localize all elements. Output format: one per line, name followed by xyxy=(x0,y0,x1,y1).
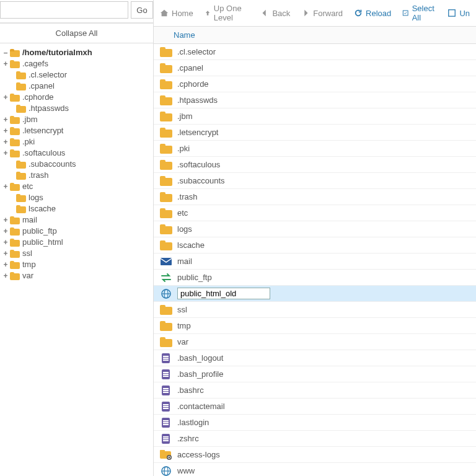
file-row[interactable]: .lastlogin xyxy=(154,415,476,431)
file-row[interactable]: logs xyxy=(154,221,476,237)
reload-button[interactable]: Reload xyxy=(354,9,391,18)
expander-icon[interactable]: + xyxy=(2,259,9,270)
file-row[interactable]: .letsencrypt xyxy=(154,125,476,141)
unselect-button[interactable]: Un xyxy=(447,9,470,18)
file-row[interactable] xyxy=(154,286,476,302)
file-name: .jbm xyxy=(177,112,193,121)
tree-item[interactable]: +public_ftp xyxy=(2,226,151,237)
folder-icon xyxy=(160,240,172,250)
expander-icon[interactable]: + xyxy=(2,58,9,69)
tree-item[interactable]: +etc xyxy=(2,181,151,192)
file-row[interactable]: var xyxy=(154,334,476,350)
expander-icon[interactable]: + xyxy=(2,270,9,281)
file-row[interactable]: .subaccounts xyxy=(154,173,476,189)
file-row[interactable]: access-logs xyxy=(154,447,476,463)
tree-item[interactable]: +public_html xyxy=(2,237,151,248)
file-row[interactable]: .bash_logout xyxy=(154,350,476,366)
file-row[interactable]: .bash_profile xyxy=(154,366,476,382)
file-row[interactable]: .cl.selector xyxy=(154,44,476,60)
folder-icon xyxy=(10,216,20,224)
expander-icon[interactable]: – xyxy=(2,47,9,58)
tree-item[interactable]: +ssl xyxy=(2,248,151,259)
folder-icon xyxy=(10,138,20,146)
select-all-button[interactable]: Select All xyxy=(402,4,436,22)
tree-item-label: .softaculous xyxy=(22,148,65,159)
tree-item-label: .trash xyxy=(29,170,49,181)
folder-tree: – /home/tutorialmxh +.cagefs.cl.selector… xyxy=(0,43,153,476)
expander-icon[interactable]: + xyxy=(2,226,9,237)
expander-icon[interactable]: + xyxy=(2,181,9,192)
folder-icon xyxy=(10,183,20,191)
tree-item-label: .jbm xyxy=(22,114,38,125)
file-row[interactable]: www xyxy=(154,463,476,476)
file-row[interactable]: .bashrc xyxy=(154,382,476,399)
expander-icon[interactable]: + xyxy=(2,136,9,148)
file-row[interactable]: .softaculous xyxy=(154,157,476,173)
tree-item[interactable]: lscache xyxy=(2,203,151,214)
tree-item[interactable]: +var xyxy=(2,270,151,281)
file-row[interactable]: tmp xyxy=(154,318,476,334)
tree-item-label: mail xyxy=(22,214,37,226)
tree-root[interactable]: – /home/tutorialmxh xyxy=(2,47,151,58)
tree-item[interactable]: logs xyxy=(2,192,151,203)
file-name: var xyxy=(177,337,188,346)
file-row[interactable]: public_ftp xyxy=(154,270,476,286)
tree-item[interactable]: +.letsencrypt xyxy=(2,125,151,136)
expander-icon[interactable]: + xyxy=(2,114,9,125)
file-row[interactable]: etc xyxy=(154,205,476,221)
expander-icon[interactable]: + xyxy=(2,248,9,259)
file-row[interactable]: .cphorde xyxy=(154,76,476,92)
folder-icon xyxy=(10,272,20,280)
go-button[interactable]: Go xyxy=(131,1,153,19)
file-name: .cl.selector xyxy=(177,47,216,56)
file-row[interactable]: .jbm xyxy=(154,108,476,125)
file-row[interactable]: .zshrc xyxy=(154,431,476,447)
rename-input[interactable] xyxy=(177,288,270,299)
tree-item[interactable]: .trash xyxy=(2,170,151,181)
tree-item[interactable]: +.softaculous xyxy=(2,148,151,159)
tree-item-label: ssl xyxy=(22,248,32,259)
folder-open-icon xyxy=(10,49,20,57)
up-one-level-button[interactable]: Up One Level xyxy=(205,4,250,22)
tree-item[interactable]: .cl.selector xyxy=(2,69,151,81)
tree-item-label: .pki xyxy=(22,136,35,148)
file-row[interactable]: .htpasswds xyxy=(154,92,476,108)
tree-item[interactable]: .htpasswds xyxy=(2,103,151,114)
folder-icon xyxy=(10,149,20,157)
back-button[interactable]: Back xyxy=(260,9,290,18)
file-row[interactable]: .cpanel xyxy=(154,60,476,76)
file-row[interactable]: .trash xyxy=(154,189,476,205)
file-row[interactable]: mail xyxy=(154,253,476,270)
tree-item[interactable]: +tmp xyxy=(2,259,151,270)
reload-label: Reload xyxy=(366,9,391,18)
expander-icon[interactable]: + xyxy=(2,125,9,136)
expander-icon[interactable]: + xyxy=(2,237,9,248)
tree-item[interactable]: +mail xyxy=(2,214,151,226)
home-button[interactable]: Home xyxy=(160,9,193,18)
file-row[interactable]: .contactemail xyxy=(154,399,476,415)
folder-icon xyxy=(160,337,172,347)
expander-icon[interactable]: + xyxy=(2,214,9,226)
tree-item[interactable]: +.cagefs xyxy=(2,58,151,69)
tree-item-label: public_html xyxy=(22,237,63,248)
path-input[interactable] xyxy=(0,1,128,19)
svg-rect-7 xyxy=(160,450,165,452)
file-list: .cl.selector.cpanel.cphorde.htpasswds.jb… xyxy=(154,44,476,476)
file-row[interactable]: ssl xyxy=(154,302,476,318)
folder-icon xyxy=(16,161,26,169)
tree-item-label: var xyxy=(22,270,33,281)
file-row[interactable]: lscache xyxy=(154,237,476,253)
tree-item[interactable]: +.jbm xyxy=(2,114,151,125)
tree-item[interactable]: +.pki xyxy=(2,136,151,148)
doc-icon xyxy=(160,369,172,379)
collapse-all-button[interactable]: Collapse All xyxy=(0,23,153,43)
forward-button[interactable]: Forward xyxy=(301,9,343,18)
tree-item[interactable]: .subaccounts xyxy=(2,159,151,170)
file-row[interactable]: .pki xyxy=(154,141,476,157)
expander-icon[interactable]: + xyxy=(2,148,9,159)
tree-item[interactable]: +.cphorde xyxy=(2,92,151,103)
tree-item[interactable]: .cpanel xyxy=(2,81,151,92)
column-header[interactable]: Name xyxy=(154,27,476,44)
tree-item-label: .letsencrypt xyxy=(22,125,63,136)
expander-icon[interactable]: + xyxy=(2,92,9,103)
